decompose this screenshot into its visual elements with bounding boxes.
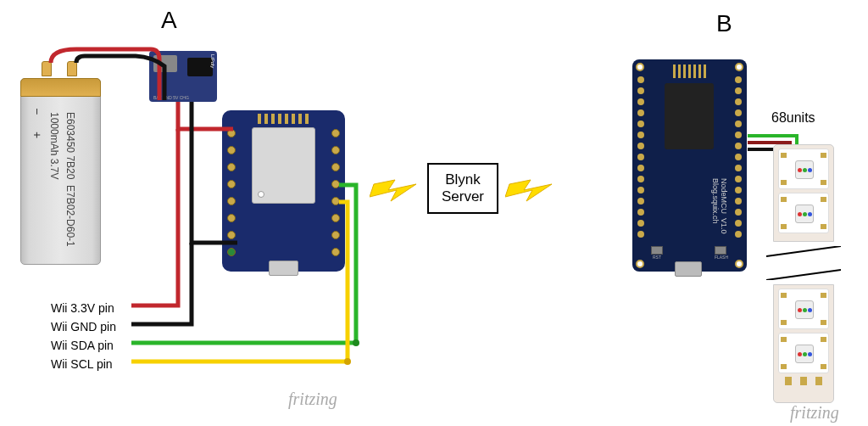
legend-3v3: Wii 3.3V pin <box>51 299 116 317</box>
legend-gnd: Wii GND pin <box>51 317 116 336</box>
neopixel-led-strip <box>773 144 834 416</box>
strip-break-icon <box>766 246 841 280</box>
svg-line-5 <box>766 270 841 280</box>
blynk-line1: Blynk <box>445 171 481 188</box>
led-unit <box>778 193 829 233</box>
legend-sda: Wii SDA pin <box>51 336 116 355</box>
nodemcu-flash-label: FLASH <box>715 255 728 260</box>
panel-b-label: B <box>716 10 732 37</box>
svg-marker-3 <box>505 180 552 201</box>
wifi-bolt-right-icon <box>505 163 556 214</box>
blynk-server-box: Blynk Server <box>427 163 498 214</box>
svg-point-1 <box>353 339 359 346</box>
svg-marker-2 <box>370 180 416 201</box>
legend-scl: Wii SCL pin <box>51 355 116 373</box>
fritzing-watermark-b: fritzing <box>790 403 839 423</box>
led-unit <box>778 289 829 329</box>
fritzing-watermark-a: fritzing <box>288 390 337 409</box>
led-unit <box>778 333 829 373</box>
svg-point-0 <box>344 358 351 365</box>
pin-legend: Wii 3.3V pin Wii GND pin Wii SDA pin Wii… <box>51 299 116 373</box>
led-unit <box>778 149 829 189</box>
wifi-bolt-left-icon <box>370 163 420 214</box>
nodemcu-rst-label: RST <box>651 255 663 260</box>
svg-line-4 <box>766 246 841 256</box>
blynk-line2: Server <box>442 188 484 205</box>
